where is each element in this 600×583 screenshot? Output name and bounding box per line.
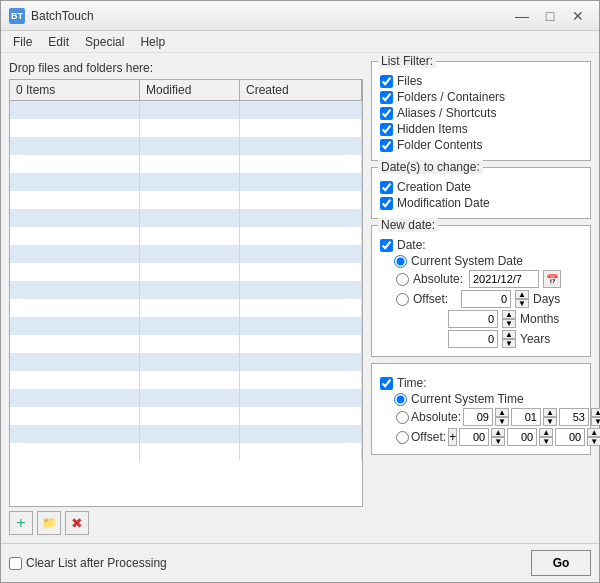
- offset-seconds-spinbutton[interactable]: ▲ ▼: [587, 428, 600, 446]
- left-panel: Drop files and folders here: 0 Items Mod…: [9, 61, 363, 535]
- modification-date-label[interactable]: Modification Date: [397, 196, 490, 210]
- creation-date-label[interactable]: Creation Date: [397, 180, 471, 194]
- filter-hidden-row: Hidden Items: [380, 122, 582, 136]
- maximize-button[interactable]: □: [537, 6, 563, 26]
- current-system-date-row: Current System Date: [380, 254, 582, 268]
- absolute-minutes-input[interactable]: [511, 408, 541, 426]
- absolute-date-input[interactable]: [469, 270, 539, 288]
- months-label: Months: [520, 312, 559, 326]
- add-file-button[interactable]: +: [9, 511, 33, 535]
- seconds-spinbutton[interactable]: ▲ ▼: [591, 408, 600, 426]
- minutes-up-button[interactable]: ▲: [543, 408, 557, 417]
- add-folder-button[interactable]: 📁: [37, 511, 61, 535]
- file-list[interactable]: 0 Items Modified Created: [9, 79, 363, 507]
- months-down-button[interactable]: ▼: [502, 319, 516, 328]
- filter-files-label[interactable]: Files: [397, 74, 422, 88]
- seconds-down-button[interactable]: ▼: [591, 417, 600, 426]
- offset-months-row: ▲ ▼ Months: [380, 310, 582, 328]
- time-enable-label[interactable]: Time:: [397, 376, 427, 390]
- absolute-seconds-input[interactable]: [559, 408, 589, 426]
- creation-date-row: Creation Date: [380, 180, 582, 194]
- minutes-down-button[interactable]: ▼: [543, 417, 557, 426]
- offset-months-input[interactable]: [448, 310, 498, 328]
- table-row: [10, 371, 362, 389]
- years-down-button[interactable]: ▼: [502, 339, 516, 348]
- offset-years-input[interactable]: [448, 330, 498, 348]
- months-spinbutton[interactable]: ▲ ▼: [502, 310, 516, 328]
- close-button[interactable]: ✕: [565, 6, 591, 26]
- offset-sign-selector[interactable]: +: [448, 428, 457, 446]
- filter-hidden-checkbox[interactable]: [380, 123, 393, 136]
- offset-minutes-up-button[interactable]: ▲: [539, 428, 553, 437]
- minimize-button[interactable]: —: [509, 6, 535, 26]
- filter-folders-label[interactable]: Folders / Containers: [397, 90, 505, 104]
- date-enable-label[interactable]: Date:: [397, 238, 426, 252]
- months-up-button[interactable]: ▲: [502, 310, 516, 319]
- content-area: Drop files and folders here: 0 Items Mod…: [1, 53, 599, 543]
- offset-seconds-down-button[interactable]: ▼: [587, 437, 600, 446]
- days-up-button[interactable]: ▲: [515, 290, 529, 299]
- minutes-spinbutton[interactable]: ▲ ▼: [543, 408, 557, 426]
- days-down-button[interactable]: ▼: [515, 299, 529, 308]
- filter-folders-checkbox[interactable]: [380, 91, 393, 104]
- offset-time-radio[interactable]: [396, 431, 409, 444]
- window-title: BatchTouch: [31, 9, 94, 23]
- filter-contents-checkbox[interactable]: [380, 139, 393, 152]
- current-system-time-radio[interactable]: [394, 393, 407, 406]
- clear-list-checkbox[interactable]: [9, 557, 22, 570]
- current-system-time-label[interactable]: Current System Time: [411, 392, 524, 406]
- menu-help[interactable]: Help: [132, 33, 173, 51]
- absolute-date-radio[interactable]: [396, 273, 409, 286]
- offset-minutes-spinbutton[interactable]: ▲ ▼: [539, 428, 553, 446]
- table-row: [10, 119, 362, 137]
- filter-aliases-label[interactable]: Aliases / Shortcuts: [397, 106, 496, 120]
- absolute-time-label[interactable]: Absolute:: [411, 410, 461, 424]
- offset-hours-input[interactable]: [459, 428, 489, 446]
- toolbar: + 📁 ✖: [9, 507, 363, 535]
- offset-seconds-input[interactable]: [555, 428, 585, 446]
- hours-up-button[interactable]: ▲: [495, 408, 509, 417]
- time-enable-checkbox[interactable]: [380, 377, 393, 390]
- offset-years-row: ▲ ▼ Years: [380, 330, 582, 348]
- offset-minutes-down-button[interactable]: ▼: [539, 437, 553, 446]
- menu-file[interactable]: File: [5, 33, 40, 51]
- offset-seconds-up-button[interactable]: ▲: [587, 428, 600, 437]
- offset-days-input[interactable]: [461, 290, 511, 308]
- absolute-time-radio[interactable]: [396, 411, 409, 424]
- current-system-date-label[interactable]: Current System Date: [411, 254, 523, 268]
- table-row: [10, 425, 362, 443]
- seconds-up-button[interactable]: ▲: [591, 408, 600, 417]
- file-list-header: 0 Items Modified Created: [10, 80, 362, 101]
- offset-date-radio[interactable]: [396, 293, 409, 306]
- current-system-date-radio[interactable]: [394, 255, 407, 268]
- absolute-date-label[interactable]: Absolute:: [413, 272, 465, 286]
- offset-minutes-input[interactable]: [507, 428, 537, 446]
- offset-time-label[interactable]: Offset:: [411, 430, 446, 444]
- years-up-button[interactable]: ▲: [502, 330, 516, 339]
- app-icon: BT: [9, 8, 25, 24]
- hours-down-button[interactable]: ▼: [495, 417, 509, 426]
- hours-spinbutton[interactable]: ▲ ▼: [495, 408, 509, 426]
- offset-hours-spinbutton[interactable]: ▲ ▼: [491, 428, 505, 446]
- days-spinbutton[interactable]: ▲ ▼: [515, 290, 529, 308]
- menu-special[interactable]: Special: [77, 33, 132, 51]
- years-spinbutton[interactable]: ▲ ▼: [502, 330, 516, 348]
- clear-list-label[interactable]: Clear List after Processing: [26, 556, 167, 570]
- filter-contents-label[interactable]: Folder Contents: [397, 138, 482, 152]
- offset-hours-up-button[interactable]: ▲: [491, 428, 505, 437]
- filter-hidden-label[interactable]: Hidden Items: [397, 122, 468, 136]
- modification-date-checkbox[interactable]: [380, 197, 393, 210]
- filter-files-checkbox[interactable]: [380, 75, 393, 88]
- creation-date-checkbox[interactable]: [380, 181, 393, 194]
- offset-label[interactable]: Offset:: [413, 292, 457, 306]
- table-row: [10, 191, 362, 209]
- offset-hours-down-button[interactable]: ▼: [491, 437, 505, 446]
- go-button[interactable]: Go: [531, 550, 591, 576]
- time-group: Time: Current System Time Absolute: ▲ ▼: [371, 363, 591, 455]
- calendar-button[interactable]: 📅: [543, 270, 561, 288]
- date-enable-checkbox[interactable]: [380, 239, 393, 252]
- remove-button[interactable]: ✖: [65, 511, 89, 535]
- menu-edit[interactable]: Edit: [40, 33, 77, 51]
- absolute-hours-input[interactable]: [463, 408, 493, 426]
- filter-aliases-checkbox[interactable]: [380, 107, 393, 120]
